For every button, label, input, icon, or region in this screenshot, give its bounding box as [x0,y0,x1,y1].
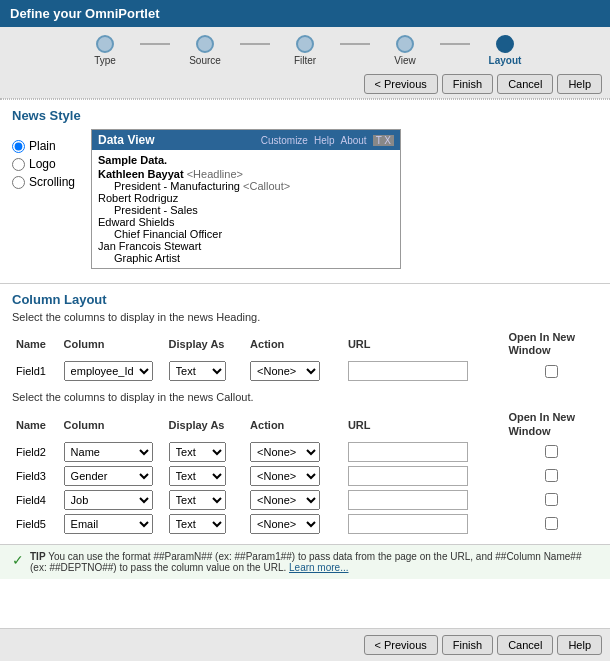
radio-scrolling-input[interactable] [12,176,25,189]
radio-plain[interactable]: Plain [12,139,75,153]
radio-logo-input[interactable] [12,158,25,171]
news-style-container: Plain Logo Scrolling Data View [12,129,598,269]
th-name-c: Name [12,409,60,439]
field1-column-cell: employee_Id Name Gender Job Email [60,359,165,383]
field2-display-select[interactable]: Text Image Link [169,442,226,462]
top-help-button[interactable]: Help [557,74,602,94]
page-header: Define your OmniPortlet [0,0,610,27]
field5-column-cell: Email employee_Id Name Gender Job [60,512,165,536]
step-label-filter: Filter [294,55,316,66]
step-circle-type [96,35,114,53]
heading-table-header-row: Name Column Display As Action URL Open I… [12,329,598,359]
connector-3 [340,43,370,45]
data-view-close[interactable]: T X [373,135,394,146]
field1-display-select[interactable]: Text Image Link [169,361,226,381]
top-previous-button[interactable]: < Previous [364,74,438,94]
field5-url-input[interactable] [348,514,468,534]
field1-action-select[interactable]: <None> Navigate Submit [250,361,320,381]
callout-field3-row: Field3 Gender employee_Id Name Job Email [12,464,598,488]
heading-sub-label: Select the columns to display in the new… [12,311,598,323]
dv-entry-4: Edward Shields [98,216,394,228]
field5-open-new-checkbox[interactable] [545,517,558,530]
field2-column-select[interactable]: Name employee_Id Gender Job Email [64,442,153,462]
dv-tag-0: <Headline> [187,168,243,180]
field2-open-new-checkbox[interactable] [545,445,558,458]
heading-field1-row: Field1 employee_Id Name Gender Job Email [12,359,598,383]
bottom-help-button[interactable]: Help [557,635,602,655]
field4-action-cell: <None> Navigate Submit [246,488,344,512]
radio-logo-label: Logo [29,157,56,171]
field5-action-select[interactable]: <None> Navigate Submit [250,514,320,534]
news-style-radio-group: Plain Logo Scrolling [12,129,75,189]
step-label-type: Type [94,55,116,66]
field4-display-select[interactable]: Text Image Link [169,490,226,510]
dv-name-2: Robert Rodriguz [98,192,178,204]
callout-field5-row: Field5 Email employee_Id Name Gender Job [12,512,598,536]
step-layout: Layout [470,35,540,66]
field3-action-select[interactable]: <None> Navigate Submit [250,466,320,486]
callout-field4-row: Field4 Job employee_Id Name Gender Email [12,488,598,512]
field4-open-new-cell [504,488,598,512]
about-link[interactable]: About [341,135,367,146]
th-url-c: URL [344,409,505,439]
field3-action-cell: <None> Navigate Submit [246,464,344,488]
bottom-finish-button[interactable]: Finish [442,635,493,655]
field1-open-new-checkbox[interactable] [545,365,558,378]
dv-entry-3: President - Sales [98,204,394,216]
callout-table-header-row: Name Column Display As Action URL Open I… [12,409,598,439]
help-link[interactable]: Help [314,135,335,146]
field3-display-cell: Text Image Link [165,464,247,488]
dv-name-3: President - Sales [114,204,198,216]
field5-url-cell [344,512,505,536]
field5-column-select[interactable]: Email employee_Id Name Gender Job [64,514,153,534]
field5-name: Field5 [12,512,60,536]
top-cancel-button[interactable]: Cancel [497,74,553,94]
tip-icon: ✓ [12,552,24,568]
bottom-action-row: < Previous Finish Cancel Help [0,628,610,661]
field2-display-cell: Text Image Link [165,440,247,464]
radio-plain-input[interactable] [12,140,25,153]
field4-url-input[interactable] [348,490,468,510]
dv-entry-7: Graphic Artist [98,252,394,264]
dv-entry-0: Kathleen Bayyat <Headline> [98,168,394,180]
field2-action-select[interactable]: <None> Navigate Submit [250,442,320,462]
field3-open-new-checkbox[interactable] [545,469,558,482]
field3-url-input[interactable] [348,466,468,486]
wizard-steps: Type Source Filter View Layout [0,27,610,70]
radio-logo[interactable]: Logo [12,157,75,171]
field4-open-new-checkbox[interactable] [545,493,558,506]
callout-fields-table: Name Column Display As Action URL Open I… [12,409,598,535]
field1-url-input[interactable] [348,361,468,381]
top-finish-button[interactable]: Finish [442,74,493,94]
learn-more-link[interactable]: Learn more... [289,562,348,573]
bottom-previous-button[interactable]: < Previous [364,635,438,655]
customize-link[interactable]: Customize [261,135,308,146]
field4-column-select[interactable]: Job employee_Id Name Gender Email [64,490,153,510]
step-label-layout: Layout [489,55,522,66]
th-display-h: Display As [165,329,247,359]
field5-display-select[interactable]: Text Image Link [169,514,226,534]
dv-name-0: Kathleen Bayyat [98,168,187,180]
field2-url-input[interactable] [348,442,468,462]
bottom-cancel-button[interactable]: Cancel [497,635,553,655]
th-url-h: URL [344,329,505,359]
step-circle-source [196,35,214,53]
step-filter: Filter [270,35,340,66]
step-label-source: Source [189,55,221,66]
news-style-section: News Style Plain Logo Scrolling [0,100,610,273]
field1-display-cell: Text Image Link [165,359,247,383]
connector-1 [140,43,170,45]
dv-entry-1: President - Manufacturing <Callout> [98,180,394,192]
field1-column-select[interactable]: employee_Id Name Gender Job Email [64,361,153,381]
column-layout-section: Column Layout Select the columns to disp… [0,284,610,544]
field3-column-select[interactable]: Gender employee_Id Name Job Email [64,466,153,486]
dv-name-7: Graphic Artist [114,252,180,264]
dv-name-6: Jan Francois Stewart [98,240,201,252]
radio-scrolling-label: Scrolling [29,175,75,189]
field3-display-select[interactable]: Text Image Link [169,466,226,486]
th-open-new-c: Open In NewWindow [504,409,598,439]
field2-name: Field2 [12,440,60,464]
field4-action-select[interactable]: <None> Navigate Submit [250,490,320,510]
radio-scrolling[interactable]: Scrolling [12,175,75,189]
tip-text: TIP You can use the format ##ParamN## (e… [30,551,598,573]
